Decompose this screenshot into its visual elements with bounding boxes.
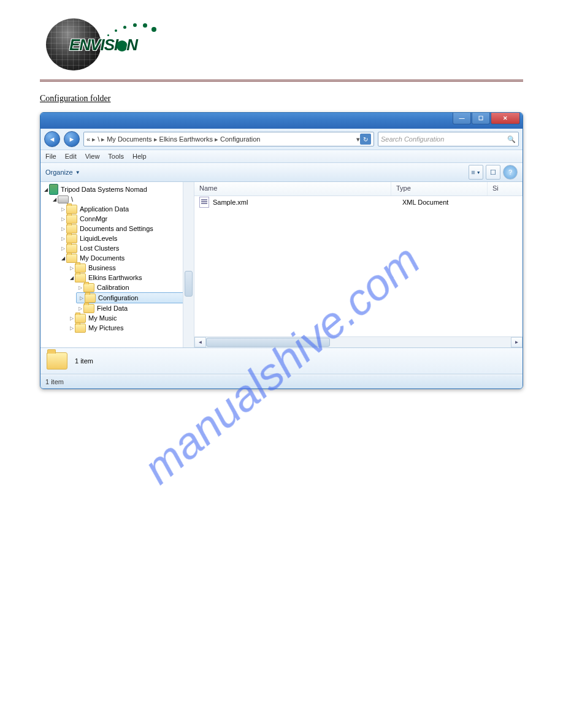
tree-item[interactable]: Application Data bbox=[80, 205, 129, 213]
status-text: 1 item bbox=[45, 378, 64, 385]
col-name[interactable]: Name bbox=[194, 182, 391, 195]
titlebar[interactable]: — ☐ ✕ bbox=[40, 113, 523, 129]
scroll-left-icon[interactable]: ◄ bbox=[194, 337, 206, 347]
list-item[interactable]: Sample.xml XML Document bbox=[194, 196, 523, 208]
brand-wordmark: ENVISIN bbox=[69, 36, 137, 55]
file-type: XML Document bbox=[402, 199, 493, 206]
folder-icon bbox=[66, 244, 77, 253]
help-button[interactable]: ? bbox=[503, 165, 518, 180]
views-button[interactable]: ≡▼ bbox=[469, 165, 483, 180]
tree-drive[interactable]: \ bbox=[71, 195, 73, 203]
minimize-button[interactable]: — bbox=[453, 113, 471, 124]
crumb[interactable]: \ bbox=[98, 135, 99, 143]
folder-icon bbox=[85, 294, 96, 303]
folder-icon bbox=[75, 273, 86, 282]
explorer-window: — ☐ ✕ ◄ ► «▸ \▸ My Documents▸ Elkins Ear… bbox=[40, 112, 523, 389]
folder-icon bbox=[75, 324, 86, 333]
search-input[interactable]: Search Configuration 🔍 bbox=[378, 132, 519, 146]
crumb[interactable]: My Documents bbox=[107, 135, 151, 143]
xml-file-icon bbox=[199, 197, 209, 208]
organize-button[interactable]: Organize ▼ bbox=[45, 169, 80, 176]
col-size[interactable]: Si bbox=[488, 182, 523, 195]
scroll-right-icon[interactable]: ► bbox=[511, 337, 523, 347]
back-button[interactable]: ◄ bbox=[44, 131, 60, 147]
menu-file[interactable]: File bbox=[45, 153, 56, 160]
tree-elkins[interactable]: Elkins Earthworks bbox=[88, 274, 142, 281]
folder-icon bbox=[75, 314, 86, 323]
folder-tree[interactable]: ◢Tripod Data Systems Nomad ◢\ ▷Applicati… bbox=[40, 182, 194, 347]
crumb[interactable]: « bbox=[86, 135, 90, 143]
tree-item[interactable]: LiquidLevels bbox=[80, 235, 117, 242]
device-icon bbox=[49, 184, 58, 195]
tree-item[interactable]: Business bbox=[88, 264, 116, 271]
h-scrollbar[interactable]: ◄ ► bbox=[194, 336, 523, 347]
divider bbox=[40, 80, 523, 82]
tree-item[interactable]: Lost Clusters bbox=[80, 245, 119, 252]
tree-root[interactable]: Tripod Data Systems Nomad bbox=[61, 186, 147, 193]
address-bar[interactable]: «▸ \▸ My Documents▸ Elkins Earthworks▸ C… bbox=[83, 132, 374, 146]
tree-mydocs[interactable]: My Documents bbox=[80, 254, 124, 262]
tree-item[interactable]: My Pictures bbox=[88, 324, 123, 332]
folder-icon bbox=[83, 304, 94, 313]
folder-icon bbox=[66, 224, 77, 233]
folder-icon bbox=[66, 205, 77, 214]
col-type[interactable]: Type bbox=[391, 182, 488, 195]
preview-pane-button[interactable]: ☐ bbox=[486, 165, 500, 180]
detail-text: 1 item bbox=[75, 357, 93, 365]
menubar: File Edit View Tools Help bbox=[40, 150, 523, 163]
tree-scrollbar[interactable] bbox=[183, 182, 194, 347]
section-heading: Configuration folder bbox=[40, 94, 523, 104]
tree-item[interactable]: Calibration bbox=[97, 284, 129, 291]
list-header[interactable]: Name Type Si bbox=[194, 182, 523, 196]
tree-item[interactable]: Documents and Settings bbox=[80, 225, 153, 232]
tree-item[interactable]: Field Data bbox=[97, 305, 128, 312]
folder-icon bbox=[75, 264, 86, 273]
crumb[interactable]: Configuration bbox=[220, 135, 260, 143]
drive-icon bbox=[58, 195, 69, 203]
refresh-button[interactable]: ↻ bbox=[360, 134, 371, 145]
maximize-button[interactable]: ☐ bbox=[472, 113, 490, 124]
tree-item[interactable]: ConnMgr bbox=[80, 215, 107, 222]
tree-item[interactable]: My Music bbox=[88, 314, 117, 322]
crumb[interactable]: Elkins Earthworks bbox=[159, 135, 213, 143]
search-icon: 🔍 bbox=[507, 135, 516, 143]
menu-tools[interactable]: Tools bbox=[108, 153, 124, 160]
menu-view[interactable]: View bbox=[85, 153, 100, 160]
folder-icon bbox=[83, 283, 94, 292]
file-list[interactable]: Name Type Si Sample.xml XML Document ◄ ► bbox=[194, 182, 523, 347]
folder-icon bbox=[66, 214, 77, 224]
folder-icon bbox=[47, 352, 67, 370]
folder-icon bbox=[66, 254, 77, 263]
menu-edit[interactable]: Edit bbox=[65, 153, 77, 160]
details-pane: 1 item bbox=[40, 348, 523, 374]
close-button[interactable]: ✕ bbox=[491, 113, 520, 124]
status-bar: 1 item bbox=[40, 374, 523, 389]
brand-logo: ENVISIN bbox=[40, 0, 523, 80]
menu-help[interactable]: Help bbox=[132, 153, 147, 160]
folder-icon bbox=[66, 234, 77, 243]
file-name: Sample.xml bbox=[213, 199, 402, 206]
tree-item-selected[interactable]: Configuration bbox=[98, 294, 138, 301]
forward-button[interactable]: ► bbox=[64, 131, 80, 147]
